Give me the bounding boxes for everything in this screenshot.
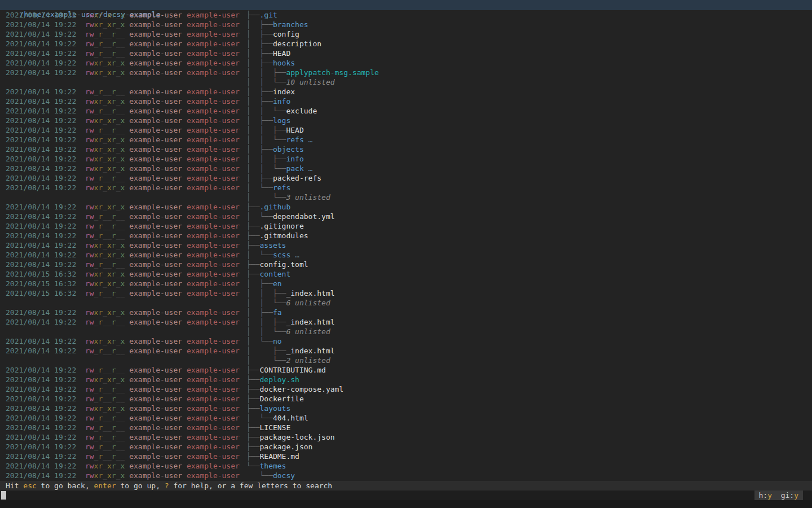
owner-name: example-user (129, 87, 182, 96)
file-name[interactable]: config (273, 30, 299, 38)
tree-row: 2021/08/14 19:22 rwxr_xr_x example-user … (0, 164, 812, 173)
permissions: rw_r__r__ (85, 289, 125, 297)
tree-branch-lines: │ └── (246, 212, 273, 221)
file-name[interactable]: 404.html (273, 414, 308, 422)
dir-name[interactable]: en (273, 279, 282, 288)
group-name: example-user (187, 49, 240, 58)
dir-name[interactable]: assets (259, 241, 286, 249)
file-name[interactable]: description (273, 40, 321, 48)
dir-name[interactable]: no (273, 337, 282, 345)
perm-char: _ (116, 59, 121, 67)
permissions: rwxr_xr_x (85, 68, 125, 77)
dir-name[interactable]: .git (259, 11, 277, 19)
dir-name[interactable]: scss (273, 251, 290, 259)
perm-char: _ (116, 443, 121, 451)
root-path-bar[interactable]: /home/example-user/docsy-example (0, 0, 812, 10)
dir-name[interactable]: refs (273, 183, 290, 192)
perm-char: _ (103, 337, 107, 345)
file-name[interactable]: .gitignore (259, 222, 303, 230)
perm-char: r (112, 270, 116, 278)
dir-name[interactable]: content (259, 270, 290, 278)
file-name[interactable]: config.toml (259, 260, 308, 269)
modified-date: 2021/08/14 19:22 (6, 385, 76, 393)
owner-name: example-user (129, 155, 182, 163)
perm-char: _ (116, 462, 121, 470)
dir-name[interactable]: logs (273, 116, 290, 125)
dir-name[interactable]: hooks (273, 59, 295, 67)
modified-date: 2021/08/15 16:32 (6, 270, 76, 278)
file-name[interactable]: package-lock.json (259, 433, 334, 441)
file-name[interactable]: docker-compose.yaml (259, 385, 343, 393)
permissions: rwxr_xr_x (85, 97, 125, 106)
permissions: rwxr_xr_x (85, 135, 125, 144)
perm-char: r (112, 231, 116, 240)
file-name[interactable]: exclude (286, 107, 317, 115)
tree-branch-lines: ├── (246, 385, 259, 393)
tree-branch-lines: ├── (246, 404, 259, 413)
modified-date: 2021/08/14 19:22 (6, 30, 76, 38)
dir-name[interactable]: refs (286, 135, 303, 144)
file-metadata: 2021/08/14 19:22 rw_r__r__ example-user … (6, 260, 246, 269)
dir-name[interactable]: info (286, 155, 303, 163)
perm-char: _ (116, 395, 121, 403)
file-name[interactable]: HEAD (273, 49, 290, 58)
file-name[interactable]: .gitmodules (259, 231, 308, 240)
modified-date: 2021/08/14 19:22 (6, 260, 76, 269)
perm-char: w (90, 116, 94, 125)
perm-char: r (85, 347, 90, 355)
file-name[interactable]: dependabot.yml (273, 212, 335, 221)
owner-name: example-user (129, 318, 182, 326)
file-name[interactable]: index (273, 87, 295, 96)
perm-char: r (85, 203, 90, 211)
perm-char: _ (116, 126, 121, 134)
perm-char: r (85, 135, 90, 144)
perm-char: _ (107, 40, 112, 48)
file-name[interactable]: CONTRIBUTING.md (259, 366, 325, 374)
file-name[interactable]: _index.html (286, 347, 334, 355)
perm-char: _ (103, 30, 107, 38)
group-name: example-user (187, 155, 240, 163)
perm-char: w (90, 414, 94, 422)
dir-name[interactable]: themes (259, 462, 286, 470)
owner-name: example-user (129, 68, 182, 77)
perm-char: _ (103, 251, 107, 259)
perm-char: x (107, 279, 112, 288)
tree-row: 2021/08/14 19:22 rw_r__r__ example-user … (0, 49, 812, 58)
modified-date: 2021/08/14 19:22 (6, 203, 76, 211)
tree-row: 2021/08/14 19:22 rw_r__r__ example-user … (0, 423, 812, 432)
dir-name[interactable]: docsy (273, 471, 295, 480)
modified-date: 2021/08/14 19:22 (6, 183, 76, 192)
dir-name[interactable]: .github (259, 203, 290, 211)
tree-row: 2021/08/14 19:22 rw_r__r__ example-user … (0, 442, 812, 452)
dir-name[interactable]: objects (273, 145, 304, 154)
owner-name: example-user (129, 433, 182, 441)
file-name[interactable]: _index.html (286, 318, 334, 326)
tree-branch-lines: ├── (246, 270, 259, 278)
tree-row: 2021/08/14 19:22 rwxr_xr_x example-user … (0, 461, 812, 471)
perm-char: w (90, 251, 94, 259)
tree-row: 2021/08/14 19:22 rw_r__r__ example-user … (0, 221, 812, 231)
permissions: rw_r__r__ (85, 414, 125, 422)
file-name[interactable]: LICENSE (259, 423, 290, 432)
dir-name[interactable]: fa (273, 308, 282, 317)
file-name[interactable]: HEAD (286, 126, 303, 134)
file-name[interactable]: _index.html (286, 289, 334, 297)
perm-char: _ (103, 404, 107, 413)
search-input-line[interactable]: h:y gi:y (0, 491, 812, 500)
file-name[interactable]: Dockerfile (259, 395, 303, 403)
file-name[interactable]: applypatch-msg.sample (286, 68, 378, 77)
file-name[interactable]: deploy.sh (259, 375, 299, 384)
perm-char: _ (116, 337, 121, 345)
file-name[interactable]: README.md (259, 452, 299, 461)
dir-name[interactable]: branches (273, 20, 308, 29)
dir-name[interactable]: info (273, 97, 290, 106)
dir-name[interactable]: layouts (259, 404, 290, 413)
text-cursor (1, 491, 6, 500)
file-name[interactable]: packed-refs (273, 174, 321, 182)
permissions: rw_r__r__ (85, 30, 125, 38)
file-name[interactable]: package.json (259, 443, 312, 451)
dir-name[interactable]: pack (286, 164, 303, 173)
perm-char: x (107, 404, 112, 413)
modified-date: 2021/08/14 19:22 (6, 49, 76, 58)
group-name: example-user (187, 260, 240, 269)
